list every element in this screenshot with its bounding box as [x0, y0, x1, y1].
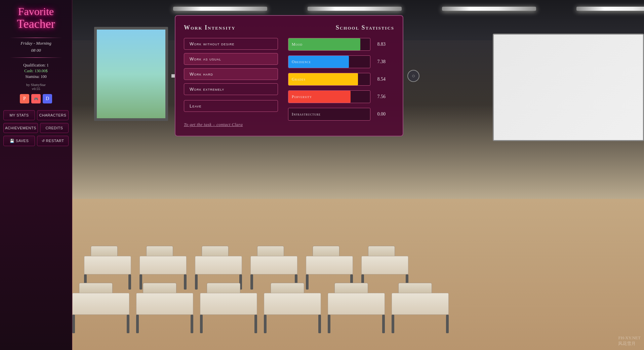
watermark-text1: FH-XY.NET [618, 335, 641, 341]
work-intensity-title: Work Intensity [184, 24, 236, 31]
desk [328, 293, 385, 333]
mood-value: 8.83 [374, 42, 386, 47]
grades-value: 8.54 [374, 77, 386, 82]
achievements-button[interactable]: Achievements [3, 123, 38, 133]
work-intensity-panel: Work Intensity School Statistics Work wi… [175, 15, 403, 136]
desk-row-front [72, 293, 449, 333]
obedience-stat-row: Obedience 7.38 [288, 55, 386, 68]
work-as-usual-button[interactable]: Work as usual [184, 53, 278, 65]
school-stats-bars: Mood 8.83 Obedience 7.38 Grades 8.54 [288, 38, 386, 127]
nav-row-1: My Stats Characters [3, 110, 69, 120]
saves-label: Saves [16, 139, 29, 143]
player-stats: Qualification: 1 Cash: 130.00$ Stamina: … [23, 62, 49, 80]
perversity-bar-container: Perversity [288, 90, 370, 103]
ceiling-light [576, 7, 644, 11]
watermark-text2: 风花雪月 [618, 341, 641, 347]
task-hint[interactable]: To get the task – contact Clara [184, 122, 278, 127]
game-title-line2: Teacher [17, 18, 55, 30]
desk [200, 293, 257, 333]
work-without-desire-button[interactable]: Work without desire [184, 38, 278, 50]
social-links: P 🎮 D [20, 94, 52, 103]
version-label: v0.55 [32, 87, 40, 91]
save-icon: 💾 [10, 139, 15, 143]
grades-label: Grades [292, 77, 306, 82]
stamina-stat: Stamina: 100 [23, 74, 49, 79]
watermark: FH-XY.NET 风花雪月 [618, 335, 641, 347]
desk [136, 293, 193, 333]
author-label: by SluttyStar [26, 83, 46, 87]
leave-button[interactable]: Leave [184, 100, 278, 112]
itch-icon[interactable]: 🎮 [31, 94, 41, 103]
whiteboard [493, 34, 644, 141]
panel-close-button[interactable]: ○ [407, 70, 419, 82]
saves-button[interactable]: 💾 Saves [3, 136, 35, 146]
nav-buttons: My Stats Characters Achievements Credits… [3, 110, 69, 146]
school-stats-title: School Statistics [336, 24, 394, 31]
obedience-bar-container: Obedience [288, 55, 370, 68]
day-time: Friday - Morning [21, 41, 51, 46]
desk [264, 293, 321, 333]
sidebar: Favorite Teacher Friday - Morning 08 00 … [0, 0, 72, 350]
restart-button[interactable]: ↺ Restart [37, 136, 69, 146]
obedience-value: 7.38 [374, 59, 386, 64]
restart-icon: ↺ [42, 139, 45, 143]
game-logo: Favorite Teacher [17, 5, 55, 30]
grades-stat-row: Grades 8.54 [288, 73, 386, 86]
panel-bullet [171, 74, 175, 78]
characters-button[interactable]: Characters [37, 110, 69, 120]
desk [392, 293, 449, 333]
window [94, 27, 168, 121]
my-stats-button[interactable]: My Stats [3, 110, 35, 120]
obedience-label: Obedience [292, 59, 311, 64]
perversity-stat-row: Perversity 7.56 [288, 90, 386, 103]
qualification-stat: Qualification: 1 [23, 63, 49, 68]
infrastructure-value: 0.00 [374, 112, 386, 117]
divider [10, 38, 62, 38]
desk [72, 293, 129, 333]
panel-header: Work Intensity School Statistics [184, 24, 394, 31]
credits-button[interactable]: Credits [40, 123, 69, 133]
mood-stat-row: Mood 8.83 [288, 38, 386, 51]
infrastructure-label: Infrastructure [292, 112, 321, 117]
mood-bar-container: Mood [288, 38, 370, 51]
panel-body: Work without desire Work as usual Work h… [184, 38, 394, 127]
ceiling-light [173, 7, 267, 11]
work-hard-button[interactable]: Work hard [184, 68, 278, 80]
perversity-label: Perversity [292, 94, 312, 99]
nav-row-3: 💾 Saves ↺ Restart [3, 136, 69, 146]
mood-label: Mood [292, 42, 303, 47]
divider [10, 57, 62, 58]
ceiling-light [308, 7, 402, 11]
work-intensity-section: Work Intensity [184, 24, 236, 31]
patreon-icon[interactable]: P [20, 94, 29, 103]
cash-stat: Cash: 130.00$ [23, 69, 49, 74]
game-title-line1: Favorite [17, 5, 55, 18]
grades-bar-container: Grades [288, 73, 370, 86]
ceiling-light [442, 7, 536, 11]
work-options-list: Work without desire Work as usual Work h… [184, 38, 278, 127]
restart-label: Restart [46, 139, 64, 143]
clock: 08 00 [31, 48, 41, 53]
work-extremely-button[interactable]: Work extremely [184, 83, 278, 95]
infrastructure-bar-container: Infrastructure [288, 108, 370, 121]
school-statistics-section: School Statistics [336, 24, 394, 31]
infrastructure-stat-row: Infrastructure 0.00 [288, 108, 386, 121]
perversity-value: 7.56 [374, 94, 386, 99]
discord-icon[interactable]: D [43, 94, 52, 103]
nav-row-2: Achievements Credits [3, 123, 69, 133]
